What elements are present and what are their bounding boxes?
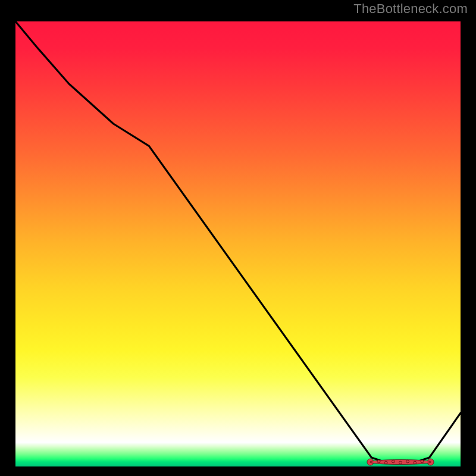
chart-frame: TheBottleneck.com bbox=[0, 0, 476, 476]
chart-svg bbox=[15, 21, 461, 466]
bottleneck-curve bbox=[15, 21, 461, 462]
marker-dot-3 bbox=[392, 460, 394, 463]
marker-dot-2 bbox=[384, 461, 387, 464]
marker-dot-7 bbox=[421, 460, 424, 463]
marker-dot-6 bbox=[414, 461, 416, 464]
curve-path bbox=[15, 21, 461, 462]
plot-area bbox=[15, 21, 461, 466]
marker-dot-4 bbox=[399, 461, 402, 464]
attribution-label: TheBottleneck.com bbox=[353, 1, 468, 17]
marker-dot-1 bbox=[377, 460, 380, 463]
marker-dot-5 bbox=[406, 460, 409, 463]
